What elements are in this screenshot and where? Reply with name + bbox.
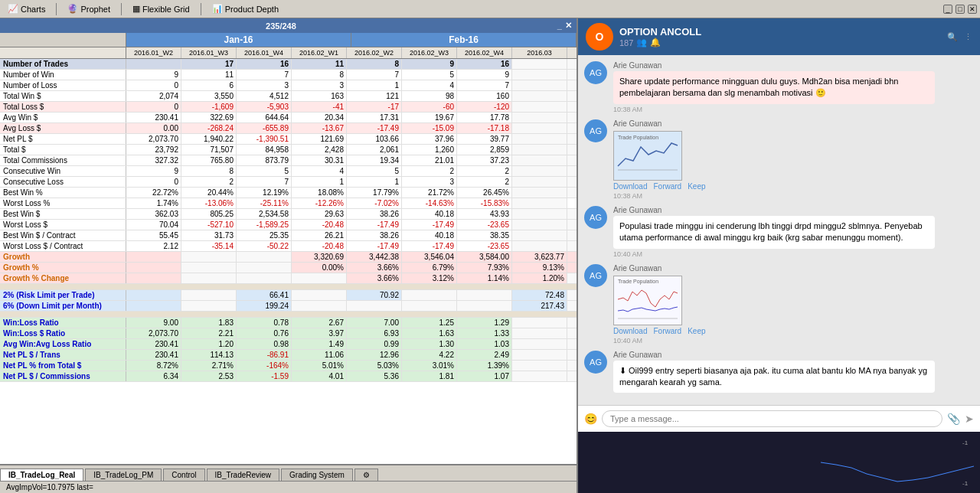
data-cell: -1,589.25 <box>237 220 292 230</box>
msg-bubble-5: ⬇ Oil999 entry seperti biasanya aja pak.… <box>613 361 935 393</box>
data-cell: 11.06 <box>292 350 347 360</box>
table-row: Worst Loss $70.04-527.10-1,589.25-20.48-… <box>0 220 577 230</box>
tab-grading-system[interactable]: Grading System <box>281 469 353 481</box>
feb16-header: Feb-16 <box>351 33 577 47</box>
data-cell: -13.67 <box>292 123 347 133</box>
msg-time-4: 10:40 AM <box>613 337 974 344</box>
data-cell: 4.01 <box>292 371 347 381</box>
data-cell: 1 <box>347 177 402 187</box>
maximize-button[interactable]: □ <box>956 5 965 14</box>
mute-icon: 🔔 <box>650 38 661 47</box>
data-cell: -527.10 <box>181 220 237 230</box>
data-cell: 37.23 <box>457 155 512 165</box>
send-icon[interactable]: ➤ <box>965 413 974 425</box>
data-cell: 38.35 <box>457 230 512 240</box>
data-cell: -120 <box>457 102 512 112</box>
data-cell <box>237 263 292 273</box>
data-cell: 25.35 <box>237 230 292 240</box>
minimize-button[interactable]: _ <box>943 5 952 14</box>
data-cell: -268.24 <box>181 123 237 133</box>
data-cell <box>512 70 567 80</box>
data-cell: 2,428 <box>292 145 347 155</box>
divider3 <box>201 3 201 15</box>
attach-icon[interactable]: 📎 <box>947 413 960 425</box>
flexible-grid-tab[interactable]: ▦ Flexible Grid <box>128 2 194 15</box>
data-cell: -655.89 <box>237 123 292 133</box>
keep-link-2[interactable]: Keep <box>688 182 705 191</box>
data-cell-first: 1.74% <box>126 198 181 208</box>
data-cell: 39.77 <box>457 134 512 144</box>
keep-link-4[interactable]: Keep <box>688 327 705 335</box>
data-cell: 3.97 <box>292 328 347 338</box>
data-cell: 163 <box>292 91 347 101</box>
member-icon: 👥 <box>636 38 647 47</box>
data-cell: 8 <box>292 70 347 80</box>
data-cell: 3 <box>402 177 457 187</box>
tab-ib-tradelog-real[interactable]: IB_TradeLog_Real <box>0 469 83 481</box>
data-cell <box>567 113 577 122</box>
data-cell: -12.26% <box>292 198 347 208</box>
data-cell: 4.22 <box>402 350 457 360</box>
charts-tab[interactable]: 📈 Charts <box>3 2 50 15</box>
msg-actions-4: Download Forward Keep <box>613 327 974 335</box>
data-cell: -17 <box>347 102 402 112</box>
divider2 <box>121 3 122 15</box>
data-cell-first: 230.41 <box>126 339 181 349</box>
table-row: Total Loss $0-1,609-5,903-41-17-60-120 <box>0 102 577 113</box>
data-cell: -50.22 <box>237 241 292 251</box>
tab-icon[interactable]: ⚙ <box>354 469 378 481</box>
data-cell: 5.01% <box>292 361 347 371</box>
data-cell-first: 23,792 <box>126 145 181 155</box>
product-depth-tab[interactable]: 📊 Product Depth <box>207 2 283 15</box>
row-label: Number of Trades <box>0 59 126 69</box>
table-row: Total Commissions327.32765.80873.7930.31… <box>0 155 577 166</box>
table-row: Growth3,320.693,442.383,546.043,584.003,… <box>0 252 577 263</box>
close-button[interactable]: ✕ <box>968 5 977 14</box>
data-cell: 2,061 <box>347 145 402 155</box>
data-cell <box>512 350 567 360</box>
data-cell: 2,534.58 <box>237 209 292 219</box>
data-cell: -7.02% <box>347 198 402 208</box>
data-cell: 38.26 <box>347 209 402 219</box>
table-row: Net PL $ / Commissions6.342.53-1.594.015… <box>0 371 577 382</box>
minimize-icon[interactable]: _ <box>557 21 562 31</box>
data-cell: -1,390.51 <box>237 134 292 144</box>
data-cell <box>512 198 567 208</box>
tab-control[interactable]: Control <box>163 469 204 481</box>
more-icon[interactable]: ⋮ <box>964 32 972 42</box>
data-cell <box>512 113 567 122</box>
data-cell: 1.20% <box>512 273 567 283</box>
week-mar: 2016.03 <box>512 47 567 58</box>
data-cell: -15.83% <box>457 198 512 208</box>
tab-ib-tradelog-pm[interactable]: IB_TradeLog_PM <box>85 469 162 481</box>
chat-input-area: 😊 📎 ➤ <box>578 405 980 432</box>
row-label: Worst Loss $ / Contract <box>0 241 126 251</box>
emoji-icon[interactable]: 😊 <box>584 413 597 425</box>
data-cell: 4,512 <box>237 91 292 101</box>
download-link-4[interactable]: Download <box>613 327 647 335</box>
search-icon[interactable]: 🔍 <box>947 32 958 42</box>
table-row: Worst Loss %1.74%-13.06%-25.11%-12.26%-7… <box>0 198 577 209</box>
top-bar: 📈 Charts 🔮 Prophet ▦ Flexible Grid 📊 Pro… <box>0 0 980 18</box>
data-cell <box>567 220 577 230</box>
data-cell <box>512 123 567 133</box>
data-cell <box>402 290 457 300</box>
data-cell <box>567 350 577 360</box>
data-cell: -15.09 <box>402 123 457 133</box>
forward-link-4[interactable]: Forward <box>653 327 681 335</box>
data-cell-first: 2,074 <box>126 91 181 101</box>
tab-ib-tradereview[interactable]: IB_TradeReview <box>207 469 280 481</box>
data-cell: 30.31 <box>292 155 347 165</box>
data-cell <box>457 301 512 311</box>
forward-link-2[interactable]: Forward <box>653 182 681 191</box>
data-cell: 5 <box>237 166 292 176</box>
prophet-tab[interactable]: 🔮 Prophet <box>63 2 115 15</box>
data-cell: 1.07 <box>457 371 512 381</box>
chat-input[interactable] <box>602 410 942 427</box>
data-cell-first: 6.34 <box>126 371 181 381</box>
row-label: Consecutive Loss <box>0 177 126 187</box>
close-icon[interactable]: ✕ <box>565 21 572 31</box>
month-headers: Jan-16 Feb-16 <box>0 33 577 47</box>
data-cell: 2 <box>402 166 457 176</box>
download-link-2[interactable]: Download <box>613 182 647 191</box>
